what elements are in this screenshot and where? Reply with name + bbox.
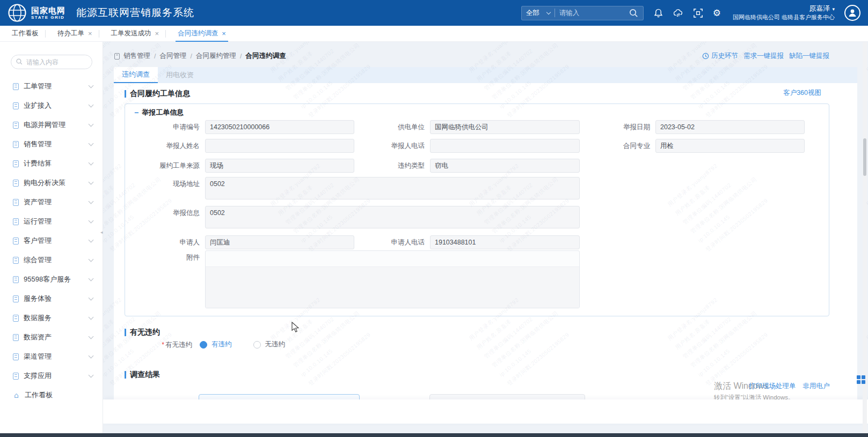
sidebar-item-95598-service[interactable]: 95598客户服务 xyxy=(0,270,103,289)
sidebar-item-comprehensive-management[interactable]: 综合管理 xyxy=(0,250,103,270)
history-link-label: 历史环节 xyxy=(711,51,738,61)
field-applicant: 申请人 闫匡迪 xyxy=(125,235,354,249)
clock-icon xyxy=(702,53,709,60)
sidebar-item-label: 综合管理 xyxy=(24,255,52,265)
field-contract-major: 合同专业 用检 xyxy=(575,139,805,153)
document-icon xyxy=(13,373,19,380)
breadcrumb-item[interactable]: 合同履约管理 xyxy=(196,51,236,61)
radio-breach-no[interactable] xyxy=(253,341,261,349)
history-link[interactable]: 历史环节 xyxy=(702,51,738,61)
page-tabs: 违约调查 用电收资 xyxy=(114,67,857,83)
close-icon[interactable]: × xyxy=(155,30,159,37)
tab-power-data-collection[interactable]: 用电收资 xyxy=(158,67,202,83)
sidebar-item-operation-management[interactable]: 运行管理 xyxy=(0,212,103,231)
search-scope-value: 全部 xyxy=(526,9,539,18)
sidebar-item-billing-settlement[interactable]: 计费结算 xyxy=(0,154,103,173)
sidebar-item-support-apps[interactable]: 支撑应用 xyxy=(0,366,103,386)
attachment-dropzone[interactable] xyxy=(205,250,580,308)
document-icon xyxy=(13,218,19,225)
sidebar-item-work-orders[interactable]: 工单管理 xyxy=(0,77,103,96)
avatar[interactable] xyxy=(844,5,860,21)
sidebar-item-customer-management[interactable]: 客户管理 xyxy=(0,231,103,250)
global-search-input[interactable]: 请输入 xyxy=(559,9,629,18)
tab-order-sent[interactable]: 工单发送成功× xyxy=(105,26,166,42)
tab-contract-breach-survey[interactable]: 合同违约调查× xyxy=(171,26,232,42)
search-scope-select[interactable]: 全部 xyxy=(526,9,550,18)
sidebar-item-label: 客户管理 xyxy=(24,236,52,246)
field-label: 举报日期 xyxy=(575,120,655,134)
sidebar-item-label: 服务体验 xyxy=(24,294,52,303)
panel-header[interactable]: − 举报工单信息 xyxy=(134,108,184,117)
scrollbar-track[interactable] xyxy=(863,42,867,433)
sidebar-item-purchase-analysis[interactable]: 购电分析决策 xyxy=(0,173,103,192)
defect-report-link[interactable]: 缺陷一键提报 xyxy=(789,51,829,61)
breach-type-input[interactable]: 窃电 xyxy=(430,159,580,173)
caret-down-icon: ▾ xyxy=(832,6,835,12)
print-site-order-link[interactable]: 打印现场处理单 xyxy=(749,382,796,391)
breadcrumb-current: 合同违约调查 xyxy=(245,51,286,61)
field-applicant-phone: 申请人电话 19103488101 xyxy=(349,235,580,249)
settings-gear-icon[interactable]: ⚙ xyxy=(713,9,721,18)
radio-label-yes[interactable]: 有违约 xyxy=(211,340,232,349)
breadcrumb: 销售管理 / 合同管理 / 合同履约管理 / 合同违约调查 xyxy=(114,51,286,61)
chevron-down-icon xyxy=(89,180,94,185)
applicant-phone-input[interactable]: 19103488101 xyxy=(430,235,580,249)
sidebar-item-label: 工作看板 xyxy=(25,390,53,400)
cloud-sync-icon[interactable] xyxy=(673,8,683,18)
report-info-textarea[interactable]: 0502 xyxy=(205,206,580,228)
breach-radio-group: *有无违约 有违约 无违约 xyxy=(106,339,285,350)
demand-report-link[interactable]: 需求一键提报 xyxy=(743,51,784,61)
breadcrumb-item[interactable]: 合同管理 xyxy=(159,51,186,61)
document-icon xyxy=(13,102,19,109)
report-date-input[interactable]: 2023-05-02 xyxy=(655,120,805,134)
sidebar-item-grid-connection[interactable]: 电源并网管理 xyxy=(0,115,103,135)
radio-breach-yes[interactable] xyxy=(200,341,207,349)
reporter-phone-input[interactable] xyxy=(430,139,580,153)
tab-workboard[interactable]: 工作看板 xyxy=(5,26,45,42)
field-label: 供电单位 xyxy=(349,120,430,134)
sidebar-item-label: 95598客户服务 xyxy=(24,275,71,284)
sidebar-item-label: 销售管理 xyxy=(24,139,52,149)
user-block: 原嘉泽▾ 国网临猗供电公司 临猗县客户服务中心 xyxy=(733,4,835,21)
field-supply-org: 供电单位 国网临猗供电公司 xyxy=(349,120,580,134)
close-icon[interactable]: × xyxy=(222,30,226,37)
non-power-user-link[interactable]: 非用电户 xyxy=(803,382,830,391)
close-icon[interactable]: × xyxy=(88,30,92,37)
tab-todo-orders[interactable]: 待办工单× xyxy=(51,26,99,42)
sidebar-item-sales-management[interactable]: 销售管理 xyxy=(0,135,103,154)
notifications-bell-icon[interactable] xyxy=(653,8,663,18)
order-source-input[interactable]: 现场 xyxy=(205,159,354,173)
sidebar-item-workboard[interactable]: ⌂工作看板 xyxy=(0,386,103,405)
section-breach: 有无违约 xyxy=(125,328,160,337)
contract-major-input[interactable]: 用检 xyxy=(655,139,805,153)
site-address-textarea[interactable]: 0502 xyxy=(205,177,580,199)
breadcrumb-item[interactable]: 销售管理 xyxy=(123,51,150,61)
sidebar-item-asset-management[interactable]: 资产管理 xyxy=(0,192,103,212)
field-label: 违约类型 xyxy=(349,159,430,173)
field-site-address: 现场地址 0502 xyxy=(125,177,580,199)
tab-breach-survey[interactable]: 违约调查 xyxy=(114,67,158,83)
apply-no-input[interactable]: 1423050210000066 xyxy=(205,120,354,134)
sidebar-item-expansion-access[interactable]: 业扩接入 xyxy=(0,96,103,115)
radio-label-no[interactable]: 无违约 xyxy=(265,340,286,349)
fullscreen-scan-icon[interactable] xyxy=(693,8,703,18)
applicant-input[interactable]: 闫匡迪 xyxy=(205,235,354,249)
scrollbar-thumb[interactable] xyxy=(863,138,866,176)
reporter-name-input[interactable] xyxy=(205,139,354,153)
supply-org-input[interactable]: 国网临猗供电公司 xyxy=(430,120,580,134)
sidebar-item-service-experience[interactable]: 服务体验 xyxy=(0,289,103,308)
document-icon xyxy=(13,315,19,322)
user-org: 国网临猗供电公司 临猗县客户服务中心 xyxy=(733,14,835,21)
sidebar-collapse-arrow[interactable]: ◂ xyxy=(100,225,106,239)
user-menu[interactable]: 原嘉泽▾ xyxy=(733,4,835,13)
quick-links: 历史环节 需求一键提报 缺陷一键提报 xyxy=(702,51,829,61)
grid-widget-icon[interactable] xyxy=(857,375,866,384)
search-icon[interactable] xyxy=(629,8,639,18)
sidebar-item-channel-management[interactable]: 渠道管理 xyxy=(0,347,103,366)
document-icon xyxy=(114,53,120,60)
sidebar-item-data-assets[interactable]: 数据资产 xyxy=(0,328,103,347)
attachment-area xyxy=(206,266,579,308)
sidebar-item-data-service[interactable]: 数据服务 xyxy=(0,308,103,328)
breadcrumb-separator: / xyxy=(154,53,156,60)
customer-360-link[interactable]: 客户360视图 xyxy=(783,88,821,98)
